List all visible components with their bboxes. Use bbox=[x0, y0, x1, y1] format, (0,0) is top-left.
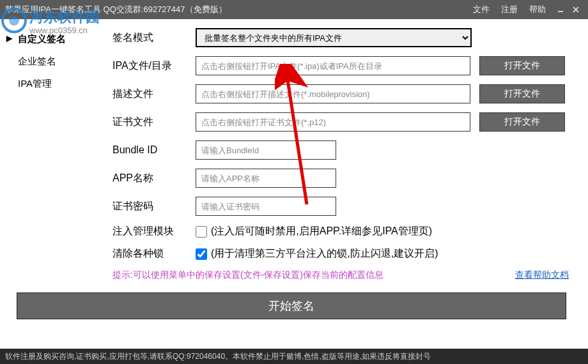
main-panel: 签名模式 批量签名整个文件夹中的所有IPA文件 IPA文件/目录 打开文件 描述… bbox=[102, 19, 588, 349]
window-buttons bbox=[553, 3, 583, 16]
menu-file[interactable]: 文件 bbox=[473, 4, 490, 15]
app-name-input[interactable] bbox=[196, 169, 336, 188]
cert-pwd-input[interactable] bbox=[196, 197, 336, 216]
menu-register[interactable]: 注册 bbox=[501, 4, 518, 15]
hint-text: 提示:可以使用菜单中的保存设置(文件-保存设置)保存当前的配置信息 bbox=[112, 269, 515, 281]
close-icon[interactable] bbox=[569, 3, 583, 16]
help-link[interactable]: 查看帮助文档 bbox=[515, 269, 569, 281]
menu-help[interactable]: 帮助 bbox=[529, 4, 546, 15]
label-clear-locks: 清除各种锁 bbox=[112, 247, 196, 261]
status-text: 软件注册及购买咨询,证书购买,应用打包等,请联系QQ:972046040。本软件… bbox=[5, 351, 431, 362]
sidebar-item-label: 自定义签名 bbox=[18, 33, 66, 44]
status-bar: 软件注册及购买咨询,证书购买,应用打包等,请联系QQ:972046040。本软件… bbox=[0, 349, 588, 364]
window-title: 苹果应用IPA一键签名工具 QQ交流群:692727447（免费版） bbox=[5, 4, 473, 15]
inject-note: (注入后可随时禁用,启用APP.详细参见IPA管理页) bbox=[211, 225, 432, 238]
ipa-path-input[interactable] bbox=[196, 56, 470, 75]
open-ipa-button[interactable]: 打开文件 bbox=[479, 56, 565, 75]
minimize-icon[interactable] bbox=[553, 3, 568, 16]
start-button-label: 开始签名 bbox=[268, 298, 314, 314]
desc-file-input[interactable] bbox=[196, 84, 470, 103]
label-cert-file: 证书文件 bbox=[112, 116, 196, 129]
sidebar-item-enterprise-sign[interactable]: 企业签名 bbox=[0, 50, 102, 73]
sidebar-item-label: IPA管理 bbox=[18, 78, 52, 89]
sign-mode-select[interactable]: 批量签名整个文件夹中的所有IPA文件 bbox=[196, 28, 472, 47]
sidebar-item-ipa-manage[interactable]: IPA管理 bbox=[0, 73, 102, 95]
open-desc-button[interactable]: 打开文件 bbox=[479, 84, 565, 103]
inject-checkbox[interactable] bbox=[196, 226, 207, 238]
label-app-name: APP名称 bbox=[112, 172, 196, 185]
label-ipa-path: IPA文件/目录 bbox=[112, 59, 196, 73]
label-inject: 注入管理模块 bbox=[112, 225, 196, 238]
label-desc-file: 描述文件 bbox=[112, 87, 196, 101]
cert-file-input[interactable] bbox=[196, 112, 470, 132]
bundle-id-input[interactable] bbox=[196, 140, 336, 160]
titlebar: 苹果应用IPA一键签名工具 QQ交流群:692727447（免费版） 文件 注册… bbox=[0, 0, 588, 19]
label-bundle-id: Bundle ID bbox=[112, 144, 196, 156]
menu-bar: 文件 注册 帮助 bbox=[473, 4, 546, 15]
start-sign-button[interactable]: 开始签名 bbox=[17, 292, 566, 319]
open-cert-button[interactable]: 打开文件 bbox=[479, 112, 565, 132]
label-cert-pwd: 证书密码 bbox=[112, 200, 196, 213]
clear-locks-checkbox[interactable] bbox=[196, 248, 207, 260]
clear-locks-note: (用于清理第三方平台注入的锁,防止闪退,建议开启) bbox=[211, 247, 438, 261]
label-sign-mode: 签名模式 bbox=[112, 31, 196, 45]
sidebar-item-label: 企业签名 bbox=[18, 56, 56, 66]
sidebar-item-custom-sign[interactable]: 自定义签名 bbox=[0, 28, 102, 50]
